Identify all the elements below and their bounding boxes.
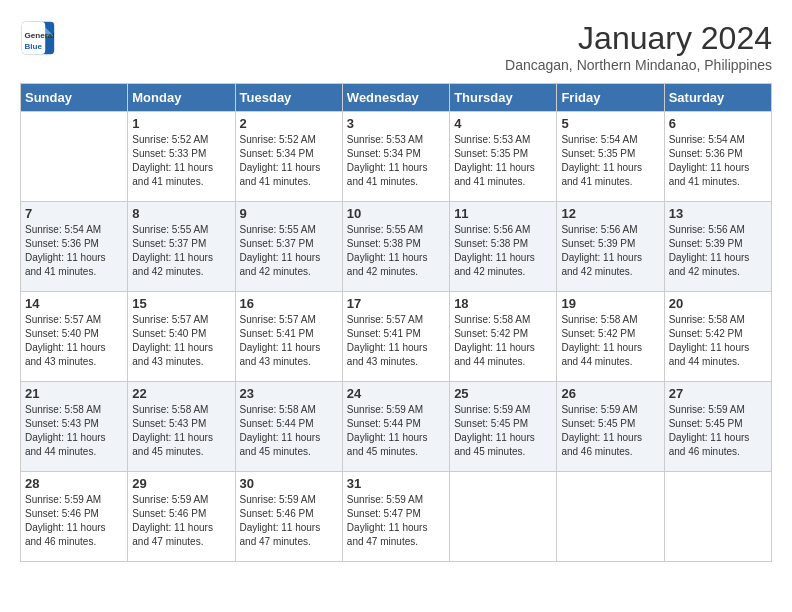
- daylight-label: Daylight: 11 hours and 41 minutes.: [454, 162, 535, 187]
- sunset-label: Sunset: 5:34 PM: [240, 148, 314, 159]
- day-info: Sunrise: 5:57 AM Sunset: 5:41 PM Dayligh…: [347, 313, 445, 369]
- day-number: 4: [454, 116, 552, 131]
- calendar-cell: 8 Sunrise: 5:55 AM Sunset: 5:37 PM Dayli…: [128, 202, 235, 292]
- daylight-label: Daylight: 11 hours and 47 minutes.: [347, 522, 428, 547]
- calendar-week-row: 14 Sunrise: 5:57 AM Sunset: 5:40 PM Dayl…: [21, 292, 772, 382]
- daylight-label: Daylight: 11 hours and 41 minutes.: [669, 162, 750, 187]
- sunset-label: Sunset: 5:42 PM: [669, 328, 743, 339]
- sunset-label: Sunset: 5:43 PM: [132, 418, 206, 429]
- sunset-label: Sunset: 5:43 PM: [25, 418, 99, 429]
- day-info: Sunrise: 5:59 AM Sunset: 5:46 PM Dayligh…: [132, 493, 230, 549]
- day-number: 29: [132, 476, 230, 491]
- day-number: 31: [347, 476, 445, 491]
- page-header: General Blue January 2024 Dancagan, Nort…: [20, 20, 772, 73]
- calendar-cell: 27 Sunrise: 5:59 AM Sunset: 5:45 PM Dayl…: [664, 382, 771, 472]
- day-number: 2: [240, 116, 338, 131]
- sunset-label: Sunset: 5:45 PM: [561, 418, 635, 429]
- sunrise-label: Sunrise: 5:55 AM: [132, 224, 208, 235]
- day-info: Sunrise: 5:56 AM Sunset: 5:39 PM Dayligh…: [561, 223, 659, 279]
- day-number: 16: [240, 296, 338, 311]
- sunrise-label: Sunrise: 5:59 AM: [347, 404, 423, 415]
- sunrise-label: Sunrise: 5:53 AM: [347, 134, 423, 145]
- day-info: Sunrise: 5:55 AM Sunset: 5:37 PM Dayligh…: [240, 223, 338, 279]
- day-info: Sunrise: 5:58 AM Sunset: 5:43 PM Dayligh…: [25, 403, 123, 459]
- calendar-cell: 16 Sunrise: 5:57 AM Sunset: 5:41 PM Dayl…: [235, 292, 342, 382]
- day-info: Sunrise: 5:59 AM Sunset: 5:45 PM Dayligh…: [561, 403, 659, 459]
- day-info: Sunrise: 5:56 AM Sunset: 5:38 PM Dayligh…: [454, 223, 552, 279]
- day-number: 17: [347, 296, 445, 311]
- sunrise-label: Sunrise: 5:58 AM: [669, 314, 745, 325]
- sunrise-label: Sunrise: 5:59 AM: [240, 494, 316, 505]
- calendar-cell: 6 Sunrise: 5:54 AM Sunset: 5:36 PM Dayli…: [664, 112, 771, 202]
- calendar-cell: 15 Sunrise: 5:57 AM Sunset: 5:40 PM Dayl…: [128, 292, 235, 382]
- calendar-cell: 1 Sunrise: 5:52 AM Sunset: 5:33 PM Dayli…: [128, 112, 235, 202]
- title-block: January 2024 Dancagan, Northern Mindanao…: [505, 20, 772, 73]
- sunset-label: Sunset: 5:44 PM: [240, 418, 314, 429]
- sunrise-label: Sunrise: 5:57 AM: [240, 314, 316, 325]
- sunrise-label: Sunrise: 5:56 AM: [561, 224, 637, 235]
- daylight-label: Daylight: 11 hours and 46 minutes.: [25, 522, 106, 547]
- calendar-cell: 5 Sunrise: 5:54 AM Sunset: 5:35 PM Dayli…: [557, 112, 664, 202]
- daylight-label: Daylight: 11 hours and 41 minutes.: [240, 162, 321, 187]
- day-number: 22: [132, 386, 230, 401]
- calendar-cell: 22 Sunrise: 5:58 AM Sunset: 5:43 PM Dayl…: [128, 382, 235, 472]
- sunset-label: Sunset: 5:40 PM: [132, 328, 206, 339]
- calendar-cell: 21 Sunrise: 5:58 AM Sunset: 5:43 PM Dayl…: [21, 382, 128, 472]
- day-info: Sunrise: 5:59 AM Sunset: 5:45 PM Dayligh…: [669, 403, 767, 459]
- day-number: 3: [347, 116, 445, 131]
- daylight-label: Daylight: 11 hours and 42 minutes.: [561, 252, 642, 277]
- sunrise-label: Sunrise: 5:59 AM: [454, 404, 530, 415]
- column-header-tuesday: Tuesday: [235, 84, 342, 112]
- sunrise-label: Sunrise: 5:57 AM: [25, 314, 101, 325]
- sunrise-label: Sunrise: 5:58 AM: [561, 314, 637, 325]
- calendar-cell: 19 Sunrise: 5:58 AM Sunset: 5:42 PM Dayl…: [557, 292, 664, 382]
- daylight-label: Daylight: 11 hours and 42 minutes.: [240, 252, 321, 277]
- sunrise-label: Sunrise: 5:57 AM: [132, 314, 208, 325]
- day-info: Sunrise: 5:53 AM Sunset: 5:35 PM Dayligh…: [454, 133, 552, 189]
- calendar-cell: 10 Sunrise: 5:55 AM Sunset: 5:38 PM Dayl…: [342, 202, 449, 292]
- sunset-label: Sunset: 5:47 PM: [347, 508, 421, 519]
- sunset-label: Sunset: 5:38 PM: [347, 238, 421, 249]
- sunset-label: Sunset: 5:40 PM: [25, 328, 99, 339]
- calendar-cell: [450, 472, 557, 562]
- daylight-label: Daylight: 11 hours and 43 minutes.: [132, 342, 213, 367]
- day-info: Sunrise: 5:58 AM Sunset: 5:42 PM Dayligh…: [454, 313, 552, 369]
- sunrise-label: Sunrise: 5:54 AM: [25, 224, 101, 235]
- calendar-table: SundayMondayTuesdayWednesdayThursdayFrid…: [20, 83, 772, 562]
- calendar-cell: [21, 112, 128, 202]
- daylight-label: Daylight: 11 hours and 45 minutes.: [347, 432, 428, 457]
- calendar-week-row: 28 Sunrise: 5:59 AM Sunset: 5:46 PM Dayl…: [21, 472, 772, 562]
- day-info: Sunrise: 5:57 AM Sunset: 5:40 PM Dayligh…: [132, 313, 230, 369]
- day-info: Sunrise: 5:55 AM Sunset: 5:37 PM Dayligh…: [132, 223, 230, 279]
- daylight-label: Daylight: 11 hours and 44 minutes.: [561, 342, 642, 367]
- day-number: 14: [25, 296, 123, 311]
- day-info: Sunrise: 5:54 AM Sunset: 5:36 PM Dayligh…: [25, 223, 123, 279]
- day-info: Sunrise: 5:54 AM Sunset: 5:35 PM Dayligh…: [561, 133, 659, 189]
- day-number: 12: [561, 206, 659, 221]
- daylight-label: Daylight: 11 hours and 44 minutes.: [669, 342, 750, 367]
- daylight-label: Daylight: 11 hours and 42 minutes.: [454, 252, 535, 277]
- calendar-cell: 26 Sunrise: 5:59 AM Sunset: 5:45 PM Dayl…: [557, 382, 664, 472]
- daylight-label: Daylight: 11 hours and 46 minutes.: [561, 432, 642, 457]
- day-number: 28: [25, 476, 123, 491]
- day-info: Sunrise: 5:58 AM Sunset: 5:42 PM Dayligh…: [669, 313, 767, 369]
- calendar-cell: 18 Sunrise: 5:58 AM Sunset: 5:42 PM Dayl…: [450, 292, 557, 382]
- day-number: 19: [561, 296, 659, 311]
- column-header-saturday: Saturday: [664, 84, 771, 112]
- day-info: Sunrise: 5:59 AM Sunset: 5:46 PM Dayligh…: [25, 493, 123, 549]
- sunrise-label: Sunrise: 5:56 AM: [669, 224, 745, 235]
- daylight-label: Daylight: 11 hours and 43 minutes.: [25, 342, 106, 367]
- day-info: Sunrise: 5:57 AM Sunset: 5:40 PM Dayligh…: [25, 313, 123, 369]
- day-number: 15: [132, 296, 230, 311]
- day-info: Sunrise: 5:58 AM Sunset: 5:42 PM Dayligh…: [561, 313, 659, 369]
- sunset-label: Sunset: 5:37 PM: [240, 238, 314, 249]
- sunrise-label: Sunrise: 5:54 AM: [561, 134, 637, 145]
- sunset-label: Sunset: 5:42 PM: [561, 328, 635, 339]
- sunset-label: Sunset: 5:46 PM: [240, 508, 314, 519]
- calendar-cell: 11 Sunrise: 5:56 AM Sunset: 5:38 PM Dayl…: [450, 202, 557, 292]
- calendar-cell: 24 Sunrise: 5:59 AM Sunset: 5:44 PM Dayl…: [342, 382, 449, 472]
- day-info: Sunrise: 5:53 AM Sunset: 5:34 PM Dayligh…: [347, 133, 445, 189]
- logo: General Blue: [20, 20, 56, 56]
- calendar-cell: 17 Sunrise: 5:57 AM Sunset: 5:41 PM Dayl…: [342, 292, 449, 382]
- day-number: 11: [454, 206, 552, 221]
